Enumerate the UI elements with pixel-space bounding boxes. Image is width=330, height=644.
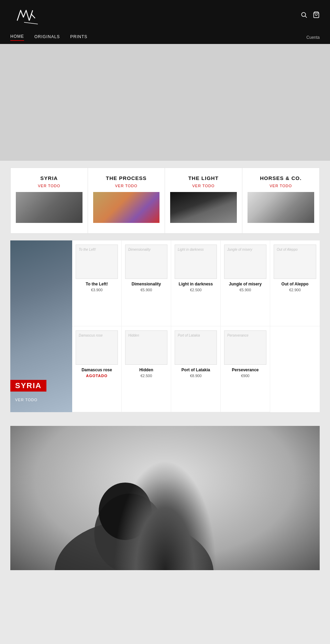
product-price-port-of-latakia: €8.900 — [175, 374, 217, 378]
svg-rect-4 — [10, 426, 320, 570]
nav-item-originals[interactable]: ORIGINALS — [34, 34, 60, 41]
product-price-to-the-left: €3.900 — [76, 288, 118, 292]
thumb-label-jungle-of-misery: Jungle of misery — [227, 248, 252, 251]
svg-line-0 — [24, 22, 38, 24]
collection-title-light: THE LIGHT — [170, 175, 237, 182]
thumb-label-hidden: Hidden — [128, 334, 139, 337]
product-name-port-of-latakia: Port of Latakia — [175, 368, 217, 372]
thumb-label-dimensionality: Dimensionality — [128, 248, 151, 251]
collections-grid: SYRIA VER TODO THE PROCESS VER TODO THE … — [10, 168, 320, 234]
product-thumb-light-in-darkness: Light in darkness — [175, 245, 217, 279]
nav-item-prints[interactable]: PRINTS — [70, 34, 87, 41]
product-name-dimensionality: Dimensionality — [125, 282, 167, 286]
product-name-light-in-darkness: Light in darkness — [175, 282, 217, 286]
nav-item-home[interactable]: HOME — [10, 34, 24, 41]
collection-card-syria[interactable]: SYRIA VER TODO — [11, 168, 88, 233]
collection-title-process: THE PROCESS — [93, 175, 160, 182]
collection-card-horses[interactable]: HORSES & CO. VER TODO — [242, 168, 320, 233]
site-logo[interactable] — [10, 5, 52, 26]
product-name-hidden: Hidden — [125, 368, 167, 372]
collection-image-process — [93, 192, 160, 223]
collection-title-syria: SYRIA — [16, 175, 82, 182]
search-icon[interactable] — [300, 11, 307, 20]
ver-todo-syria[interactable]: VER TODO — [16, 184, 82, 188]
product-thumb-damascus-rose: Damascus rose — [76, 330, 118, 365]
thumb-label-to-the-left: To the Left! — [79, 248, 96, 251]
bottom-photo-section — [0, 419, 330, 570]
product-card-light-in-darkness[interactable]: Light in darkness Light in darkness €2.5… — [171, 240, 221, 326]
product-name-jungle-of-misery: Jungle of misery — [224, 282, 266, 286]
thumb-label-out-of-aleppo: Out of Aleppo — [277, 248, 298, 251]
thumb-label-perseverance: Perseverance — [227, 334, 249, 337]
ver-todo-process[interactable]: VER TODO — [93, 184, 160, 188]
product-price-out-of-aleppo: €2.900 — [274, 288, 316, 292]
nav-left: HOME ORIGINALS PRINTS — [10, 34, 87, 41]
svg-point-1 — [301, 12, 306, 16]
hero-banner — [0, 44, 330, 161]
thumb-label-port-of-latakia: Port of Latakia — [178, 334, 200, 337]
collection-card-light[interactable]: THE LIGHT VER TODO — [165, 168, 242, 233]
collection-image-syria — [16, 192, 82, 223]
product-name-out-of-aleppo: Out of Aleppo — [274, 282, 316, 286]
collection-image-horses — [248, 192, 315, 223]
syria-banner-title: SYRIA — [10, 380, 46, 392]
product-card-hidden[interactable]: Hidden Hidden €2.500 — [122, 326, 171, 412]
product-name-to-the-left: To the Left! — [76, 282, 118, 286]
products-outer: SYRIA VER TODO To the Left! To the Left!… — [10, 240, 320, 412]
collections-section: SYRIA VER TODO THE PROCESS VER TODO THE … — [0, 161, 330, 240]
logo-area — [10, 5, 52, 26]
products-grid: To the Left! To the Left! €3.900 Dimensi… — [72, 240, 320, 412]
thumb-label-damascus-rose: Damascus rose — [79, 334, 102, 337]
product-thumb-jungle-of-misery: Jungle of misery — [224, 245, 266, 279]
product-thumb-port-of-latakia: Port of Latakia — [175, 330, 217, 365]
ver-todo-horses[interactable]: VER TODO — [248, 184, 315, 188]
main-nav: HOME ORIGINALS PRINTS Cuenta — [0, 31, 330, 44]
product-thumb-hidden: Hidden — [125, 330, 167, 365]
thumb-label-light-in-darkness: Light in darkness — [178, 248, 204, 251]
product-price-perseverance: €900 — [224, 374, 266, 378]
syria-banner-ver[interactable]: VER TODO — [15, 398, 37, 402]
product-thumb-out-of-aleppo: Out of Aleppo — [274, 245, 316, 279]
svg-line-2 — [305, 16, 307, 18]
header-icons — [300, 11, 320, 20]
product-card-damascus-rose[interactable]: Damascus rose Damascus rose AGOTADO — [72, 326, 122, 412]
bottom-photo-svg — [10, 426, 320, 570]
product-card-out-of-aleppo[interactable]: Out of Aleppo Out of Aleppo €2.900 — [270, 240, 320, 326]
collection-image-light — [170, 192, 237, 223]
collection-title-horses: HORSES & CO. — [248, 175, 315, 182]
product-price-jungle-of-misery: €5.900 — [224, 288, 266, 292]
site-header — [0, 0, 330, 31]
product-price-damascus-rose: AGOTADO — [76, 374, 118, 378]
product-card-perseverance[interactable]: Perseverance Perseverance €900 — [221, 326, 270, 412]
product-price-dimensionality: €5.900 — [125, 288, 167, 292]
product-thumb-perseverance: Perseverance — [224, 330, 266, 365]
product-card-dimensionality[interactable]: Dimensionality Dimensionality €5.900 — [122, 240, 171, 326]
product-name-damascus-rose: Damascus rose — [76, 368, 118, 372]
syria-banner[interactable]: SYRIA VER TODO — [10, 240, 72, 412]
ver-todo-light[interactable]: VER TODO — [170, 184, 237, 188]
bottom-photo-image — [10, 426, 320, 570]
product-card-jungle-of-misery[interactable]: Jungle of misery Jungle of misery €5.900 — [221, 240, 270, 326]
product-price-hidden: €2.500 — [125, 374, 167, 378]
product-card-port-of-latakia[interactable]: Port of Latakia Port of Latakia €8.900 — [171, 326, 221, 412]
product-thumb-dimensionality: Dimensionality — [125, 245, 167, 279]
product-thumb-to-the-left: To the Left! — [76, 245, 118, 279]
products-section: SYRIA VER TODO To the Left! To the Left!… — [0, 240, 330, 419]
svg-point-7 — [99, 483, 152, 540]
product-price-light-in-darkness: €2.500 — [175, 288, 217, 292]
product-name-perseverance: Perseverance — [224, 368, 266, 372]
nav-account[interactable]: Cuenta — [306, 35, 320, 40]
product-card-to-the-left[interactable]: To the Left! To the Left! €3.900 — [72, 240, 122, 326]
collection-card-process[interactable]: THE PROCESS VER TODO — [88, 168, 165, 233]
cart-icon[interactable] — [313, 11, 320, 20]
